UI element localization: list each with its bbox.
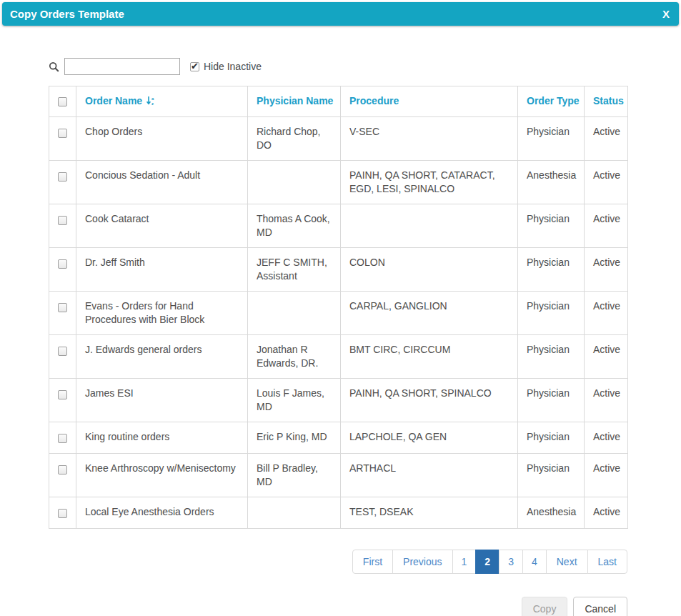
- close-icon[interactable]: X: [662, 9, 670, 19]
- pagination-first-button[interactable]: First: [352, 550, 393, 574]
- row-checkbox[interactable]: [58, 172, 67, 182]
- cell-physician-name: Richard Chop, DO: [248, 117, 341, 161]
- orders-table: Order Name a z Physician Name Procedure …: [49, 86, 628, 529]
- table-row: Knee Arthroscopy w/MenisectomyBill P Bra…: [49, 454, 628, 497]
- cell-status: Active: [585, 422, 628, 454]
- hide-inactive-toggle[interactable]: Hide Inactive: [190, 61, 262, 72]
- cell-procedure: LAPCHOLE, QA GEN: [341, 422, 518, 454]
- pagination-1-button[interactable]: 1: [452, 550, 477, 574]
- row-checkbox-cell: [49, 292, 76, 335]
- row-checkbox-cell: [49, 335, 76, 379]
- column-header-physician-name[interactable]: Physician Name: [248, 86, 341, 117]
- cell-physician-name: Bill P Bradley, MD: [248, 454, 341, 497]
- cell-physician-name: Jonathan R Edwards, DR.: [248, 335, 341, 379]
- row-checkbox[interactable]: [58, 347, 67, 356]
- row-checkbox-cell: [49, 161, 76, 204]
- row-checkbox-cell: [49, 117, 76, 161]
- table-row: Concious Sedation - AdultPAINH, QA SHORT…: [49, 161, 628, 204]
- cell-procedure: ARTHACL: [341, 454, 518, 497]
- column-header-procedure[interactable]: Procedure: [341, 86, 518, 117]
- modal-header: Copy Orders Template X: [2, 2, 679, 26]
- pagination-next-button[interactable]: Next: [546, 550, 588, 574]
- row-checkbox[interactable]: [58, 129, 67, 138]
- svg-text:a: a: [151, 96, 154, 101]
- cell-order-type: Physician: [518, 248, 585, 292]
- cell-status: Active: [585, 335, 628, 379]
- table-row: Chop OrdersRichard Chop, DOV-SECPhysicia…: [49, 117, 628, 161]
- cell-order-type: Physician: [518, 422, 585, 454]
- row-checkbox-cell: [49, 379, 76, 422]
- row-checkbox[interactable]: [58, 465, 67, 475]
- table-header-row: Order Name a z Physician Name Procedure …: [49, 86, 628, 117]
- row-checkbox-cell: [49, 422, 76, 454]
- row-checkbox[interactable]: [58, 390, 67, 399]
- row-checkbox[interactable]: [58, 509, 67, 518]
- cell-status: Active: [585, 117, 628, 161]
- cell-order-name: Knee Arthroscopy w/Menisectomy: [76, 454, 248, 497]
- cell-order-type: Physician: [518, 454, 585, 497]
- pagination-4-button[interactable]: 4: [522, 550, 547, 574]
- cell-order-name: J. Edwards general orders: [76, 335, 248, 379]
- hide-inactive-checkbox[interactable]: [190, 62, 199, 71]
- cell-procedure: CARPAL, GANGLION: [341, 292, 518, 335]
- cell-physician-name: [248, 161, 341, 204]
- cell-status: Active: [585, 497, 628, 529]
- cell-procedure: PAINH, QA SHORT, CATARACT, EGD, LESI, SP…: [341, 161, 518, 204]
- cell-procedure: TEST, DSEAK: [341, 497, 518, 529]
- table-row: James ESILouis F James, MDPAINH, QA SHOR…: [49, 379, 628, 422]
- row-checkbox-cell: [49, 204, 76, 248]
- cell-procedure: PAINH, QA SHORT, SPINALCO: [341, 379, 518, 422]
- cell-order-type: Physician: [518, 379, 585, 422]
- modal-title: Copy Orders Template: [10, 8, 124, 20]
- cell-procedure: [341, 204, 518, 248]
- table-row: Dr. Jeff SmithJEFF C SMITH, AssistantCOL…: [49, 248, 628, 292]
- copy-orders-template-modal: Copy Orders Template X Hide Inactive: [0, 2, 681, 616]
- svg-text:z: z: [151, 101, 154, 106]
- cell-order-type: Anesthesia: [518, 161, 585, 204]
- cell-order-name: King routine orders: [76, 422, 248, 454]
- hide-inactive-label: Hide Inactive: [204, 61, 262, 72]
- row-checkbox-cell: [49, 248, 76, 292]
- select-all-checkbox[interactable]: [58, 97, 67, 106]
- cell-order-name: Dr. Jeff Smith: [76, 248, 248, 292]
- search-icon: [49, 61, 59, 72]
- cell-physician-name: [248, 292, 341, 335]
- row-checkbox[interactable]: [58, 216, 67, 225]
- row-checkbox[interactable]: [58, 259, 67, 269]
- cell-procedure: V-SEC: [341, 117, 518, 161]
- table-row: J. Edwards general ordersJonathan R Edwa…: [49, 335, 628, 379]
- pagination-last-button[interactable]: Last: [587, 550, 627, 574]
- sort-alpha-icon[interactable]: a z: [146, 96, 156, 108]
- cancel-button[interactable]: Cancel: [573, 597, 627, 616]
- cell-physician-name: Thomas A Cook, MD: [248, 204, 341, 248]
- pagination-2-button[interactable]: 2: [475, 550, 499, 574]
- pagination-previous-button[interactable]: Previous: [392, 550, 452, 574]
- cell-order-type: Anesthesia: [518, 497, 585, 529]
- cell-physician-name: Louis F James, MD: [248, 379, 341, 422]
- copy-button[interactable]: Copy: [522, 597, 568, 616]
- cell-status: Active: [585, 292, 628, 335]
- cell-physician-name: Eric P King, MD: [248, 422, 341, 454]
- cell-order-type: Physician: [518, 335, 585, 379]
- search-input[interactable]: [64, 58, 180, 75]
- cell-order-name: Chop Orders: [76, 117, 248, 161]
- cell-order-name: Local Eye Anesthesia Orders: [76, 497, 248, 529]
- row-checkbox[interactable]: [58, 434, 67, 443]
- pagination-3-button[interactable]: 3: [499, 550, 523, 574]
- column-header-order-name[interactable]: Order Name a z: [76, 86, 248, 117]
- column-header-status[interactable]: Status: [585, 86, 628, 117]
- cell-order-type: Physician: [518, 117, 585, 161]
- row-checkbox-cell: [49, 497, 76, 529]
- cell-order-type: Physician: [518, 204, 585, 248]
- cell-order-type: Physician: [518, 292, 585, 335]
- table-row: King routine ordersEric P King, MDLAPCHO…: [49, 422, 628, 454]
- row-checkbox[interactable]: [58, 303, 67, 312]
- cell-status: Active: [585, 379, 628, 422]
- cell-status: Active: [585, 454, 628, 497]
- pagination: FirstPrevious1234NextLast: [49, 550, 627, 574]
- cell-status: Active: [585, 161, 628, 204]
- cell-status: Active: [585, 204, 628, 248]
- cell-order-name: Evans - Orders for Hand Procedures with …: [76, 292, 248, 335]
- cell-procedure: BMT CIRC, CIRCCUM: [341, 335, 518, 379]
- column-header-order-type[interactable]: Order Type: [518, 86, 585, 117]
